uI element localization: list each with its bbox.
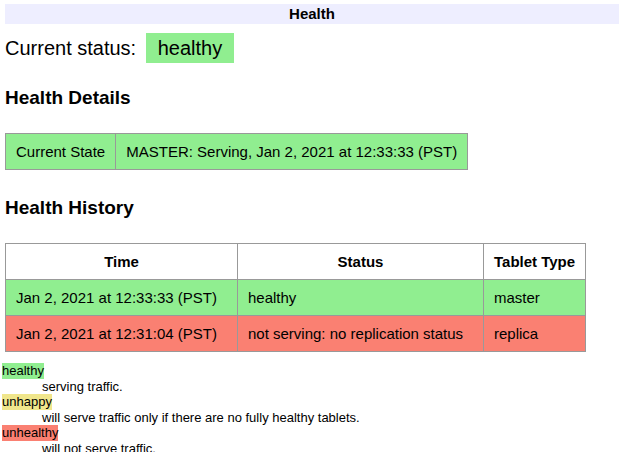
page-title: Health xyxy=(5,4,619,24)
legend-term-unhappy: unhappy xyxy=(2,394,52,410)
history-col-tablet-type: Tablet Type xyxy=(484,244,586,280)
current-status-line: Current status: healthy xyxy=(5,37,621,60)
history-col-time: Time xyxy=(6,244,238,280)
health-history-heading: Health History xyxy=(5,197,621,219)
current-status-badge: healthy xyxy=(146,33,235,63)
history-table: Time Status Tablet Type Jan 2, 2021 at 1… xyxy=(5,243,586,352)
details-row-value: MASTER: Serving, Jan 2, 2021 at 12:33:33… xyxy=(116,134,468,170)
history-row: Jan 2, 2021 at 12:33:33 (PST) healthy ma… xyxy=(6,280,586,316)
history-header-row: Time Status Tablet Type xyxy=(6,244,586,280)
legend-description-unhappy: will serve traffic only if there are no … xyxy=(42,410,621,426)
history-row-time: Jan 2, 2021 at 12:31:04 (PST) xyxy=(6,316,238,352)
details-row: Current State MASTER: Serving, Jan 2, 20… xyxy=(6,134,468,170)
current-status-label: Current status: xyxy=(5,37,136,59)
history-row-status: healthy xyxy=(238,280,484,316)
health-details-heading: Health Details xyxy=(5,87,621,109)
history-row: Jan 2, 2021 at 12:31:04 (PST) not servin… xyxy=(6,316,586,352)
history-row-tablet-type: replica xyxy=(484,316,586,352)
health-page: Health Current status: healthy Health De… xyxy=(0,0,621,452)
legend-term-healthy: healthy xyxy=(2,363,44,379)
details-row-label: Current State xyxy=(6,134,116,170)
legend-description-unhealthy: will not serve traffic. xyxy=(42,441,621,452)
legend-description-healthy: serving traffic. xyxy=(42,379,621,395)
status-legend: healthy serving traffic. unhappy will se… xyxy=(2,363,621,452)
history-row-status: not serving: no replication status xyxy=(238,316,484,352)
legend-term-unhealthy: unhealthy xyxy=(2,425,58,441)
history-row-tablet-type: master xyxy=(484,280,586,316)
details-table: Current State MASTER: Serving, Jan 2, 20… xyxy=(5,133,468,170)
history-col-status: Status xyxy=(238,244,484,280)
history-row-time: Jan 2, 2021 at 12:33:33 (PST) xyxy=(6,280,238,316)
